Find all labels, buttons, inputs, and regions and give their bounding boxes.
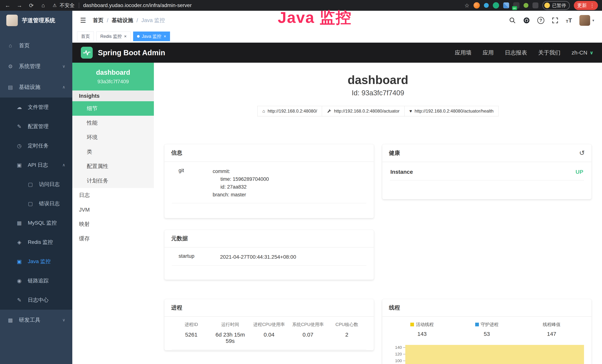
sidebar-item-label: 错误日志 [39,200,60,207]
instance-header[interactable]: dashboard 93a3fc7f7409 [72,63,154,90]
fullscreen-icon[interactable] [552,17,559,24]
sba-item-caches[interactable]: 缓存 [72,231,154,246]
help-icon[interactable]: ? [537,17,544,24]
cards-right-column: 健康 ↺ Instance UP [382,144,592,364]
avatar[interactable] [579,15,590,26]
sidebar-item-config-management[interactable]: ✎ 配置管理 [0,117,72,136]
service-url-link[interactable]: ⌂ http://192.168.0.2:48080/ [257,106,322,116]
legend-label: 活动线程 [416,321,434,327]
health-url-link[interactable]: ♥ http://192.168.0.2:48080/actuator/heal… [404,106,499,116]
extension-icon-green[interactable] [493,2,499,9]
cell-value: 0.04 [249,332,289,338]
sba-item-config-props[interactable]: 配置属性 [72,159,154,173]
sba-logo-icon[interactable] [81,47,93,59]
sidebar-item-system[interactable]: ⚙ 系统管理 ∨ [0,56,72,77]
tab-java-monitor[interactable]: Java 监控 × [133,32,170,41]
sidebar-item-label: 访问日志 [39,181,60,188]
extension-icon-grid[interactable] [503,2,509,8]
breadcrumb-home[interactable]: 首页 [93,17,103,24]
document-icon: ▣ [16,162,23,168]
threads-card: 线程 活动线程 143 [382,299,592,364]
sba-item-metrics[interactable]: 性能 [72,116,154,130]
sba-header: Spring Boot Admin 应用墙 应用 日志报表 关于我们 zh-CN… [72,43,602,63]
extension-icon-dark[interactable]: on [513,2,519,9]
sidebar-item-label: 日志中心 [28,297,49,304]
address-bar[interactable]: ⚠ 不安全 dashboard.yudao.iocoder.cn/infra/a… [53,2,460,9]
heart-icon: ♥ [409,108,412,114]
sidebar-item-devtools[interactable]: ▩ 研发工具 ∨ [0,310,72,331]
browser-home-icon[interactable]: ⌂ [40,2,47,9]
github-icon[interactable] [523,17,530,24]
back-icon[interactable]: ← [4,2,11,9]
page-title: dashboard [164,73,592,87]
process-col-uptime: 运行时间 6d 23h 15m 59s [211,321,250,344]
extension-icon-leaf[interactable] [524,3,528,8]
user-menu[interactable]: ▾ [579,15,594,26]
sidebar-item-error-logs[interactable]: ▢ 错误日志 [0,194,72,213]
extension-icon-orange[interactable] [473,2,480,9]
breadcrumb-infra[interactable]: 基础设施 [112,17,133,24]
close-icon[interactable]: × [124,34,127,39]
bookmark-star-icon[interactable]: ☆ [464,2,469,9]
sba-item-logs[interactable]: 日志 [72,188,154,203]
sba-item-details[interactable]: 细节 [72,101,154,116]
history-icon[interactable]: ↺ [579,149,585,157]
sba-item-scheduled[interactable]: 计划任务 [72,173,154,188]
forward-icon[interactable]: → [16,2,23,9]
sidebar-item-redis-monitor[interactable]: ◈ Redis 监控 [0,233,72,252]
sidebar-item-file-management[interactable]: ☁ 文件管理 [0,97,72,117]
sidebar-fold-icon[interactable]: ☰ [80,17,86,24]
extension-icon-drop[interactable] [484,3,489,8]
actuator-url-link[interactable]: http://192.168.0.2:48080/actuator [322,106,405,116]
refresh-icon[interactable]: ⟳ [28,2,35,9]
instance-links: ⌂ http://192.168.0.2:48080/ http://192.1… [164,106,592,116]
card-header: 健康 ↺ [382,144,592,162]
language-selector[interactable]: zh-CN ∨ [572,50,593,56]
sba-item-environment[interactable]: 环境 [72,130,154,145]
browser-menu-icon[interactable]: ⋮ [590,3,595,8]
sba-item-jvm[interactable]: JVM [72,203,154,217]
tab-redis-monitor[interactable]: Redis 监控 × [97,32,130,41]
sba-item-classes[interactable]: 类 [72,145,154,159]
sba-nav-wallboard[interactable]: 应用墙 [455,49,472,57]
sba-item-mappings[interactable]: 映射 [72,217,154,231]
column-header: 进程CPU使用率 [249,321,289,327]
sidebar-item-tracing[interactable]: ◉ 链路追踪 [0,271,72,290]
sidebar-item-label: 定时任务 [28,142,49,149]
sidebar-item-label: Redis 监控 [28,239,53,246]
sba-title: Spring Boot Admin [98,49,165,57]
sidebar-item-api-logs[interactable]: ▣ API 日志 ∧ [0,155,72,175]
sidebar-item-home[interactable]: ⌂ 首页 [0,35,72,56]
sidebar-logo-row[interactable]: 芋道管理系统 [0,11,72,30]
cell-value: 2 [327,332,366,338]
metadata-card: 元数据 startup 2021-04-27T00:44:31.254+08:0… [164,230,374,280]
legend-swatch-yellow [410,323,414,326]
profile-paused-badge[interactable]: 已暂停 [542,1,570,10]
home-icon: ⌂ [7,43,14,49]
close-icon[interactable]: × [163,34,166,39]
extensions-puzzle-icon[interactable] [532,2,538,8]
live-threads-area [405,345,584,364]
tab-home[interactable]: 首页 [77,32,94,41]
main-column: ☰ 首页 / 基础设施 / Java 监控 ? TT ▾ [72,11,602,364]
sba-nav-applications[interactable]: 应用 [483,49,494,57]
security-warning-icon[interactable]: ⚠ [53,3,57,8]
chevron-up-icon: ∧ [62,163,65,167]
sidebar-item-infra[interactable]: ▤ 基础设施 ∧ [0,77,72,97]
info-git-row: git commit: time: 1596289704000 id: 27aa… [172,162,366,203]
chevron-down-icon: ∨ [62,318,65,322]
sidebar-item-access-logs[interactable]: ▢ 访问日志 [0,175,72,194]
sba-nav-journal[interactable]: 日志报表 [505,49,527,57]
chrome-update-button[interactable]: 更新 ⋮ [574,1,598,10]
process-col-proc-cpu: 进程CPU使用率 0.04 [249,321,289,344]
info-value: commit: time: 1596289704000 id: 27aa832 … [213,167,366,199]
health-instance-row[interactable]: Instance UP [390,162,584,181]
sidebar-item-log-center[interactable]: ✎ 日志中心 [0,290,72,310]
sidebar-item-scheduled-tasks[interactable]: ◷ 定时任务 [0,136,72,155]
search-icon[interactable] [509,17,516,24]
pulse-icon [83,49,91,57]
sba-nav-about[interactable]: 关于我们 [538,49,560,57]
font-size-icon[interactable]: TT [566,17,572,24]
sidebar-item-java-monitor[interactable]: ▣ Java 监控 [0,252,72,271]
sidebar-item-mysql-monitor[interactable]: ▦ MySQL 监控 [0,213,72,233]
